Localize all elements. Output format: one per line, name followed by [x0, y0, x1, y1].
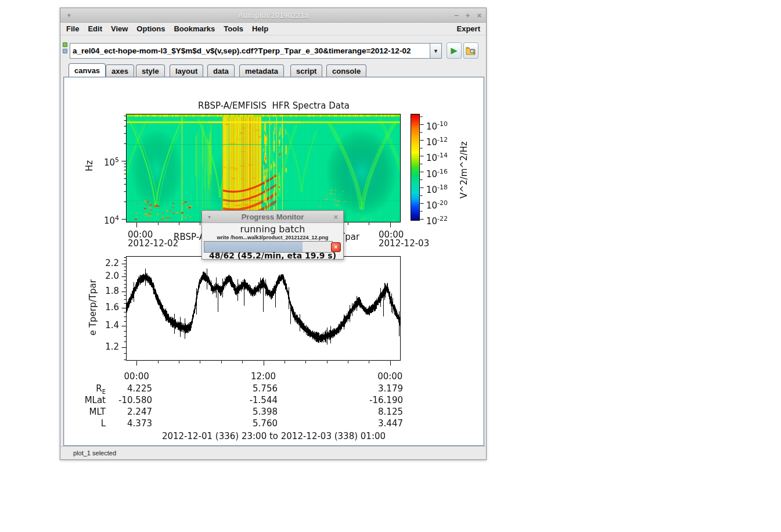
- menu-bar: File Edit View Options Bookmarks Tools H…: [60, 23, 486, 35]
- ephemeris-value: 4.373: [100, 419, 152, 429]
- plot-area[interactable]: RBSP-A/EMFISIS HFR Spectra DataHz1051040…: [65, 78, 483, 444]
- go-button[interactable]: ▶: [447, 42, 462, 59]
- tab-console[interactable]: console: [326, 64, 366, 77]
- tab-axes[interactable]: axes: [106, 64, 134, 77]
- close-button[interactable]: ×: [477, 11, 481, 20]
- spectrogram-frame: [126, 114, 401, 222]
- colorbar-tick-label: 10-10: [426, 119, 448, 132]
- progress-dialog-title: Progress Monitor: [202, 213, 343, 221]
- progress-detail-label: write /hom...walk3/product_20121224_12.p…: [202, 235, 343, 240]
- menu-help[interactable]: Help: [252, 24, 268, 33]
- spectrogram-xtick-date: 2012-12-03: [379, 239, 429, 249]
- colorbar-unit-label: V^2/m^2/Hz: [459, 130, 469, 211]
- lineplot-ytick-label: 1.8: [78, 286, 119, 296]
- ephemeris-value: 5.760: [225, 419, 278, 429]
- lineplot-xtick-label: 00:00: [113, 372, 160, 382]
- status-bar: plot_1 selected: [60, 446, 486, 459]
- menu-tools[interactable]: Tools: [224, 24, 243, 33]
- expert-mode-label[interactable]: Expert: [457, 24, 480, 33]
- menu-view[interactable]: View: [111, 24, 128, 33]
- colorbar-tick-label: 10-14: [426, 150, 448, 163]
- window-titlebar[interactable]: ▾ Autoplot 20190221a − + ×: [60, 8, 486, 23]
- ephemeris-value: 5.398: [225, 407, 278, 417]
- address-row: ▼ ▶: [60, 35, 486, 63]
- tab-data[interactable]: data: [207, 64, 235, 77]
- menu-options[interactable]: Options: [136, 24, 165, 33]
- spectrogram-plot[interactable]: [127, 114, 400, 222]
- folder-search-icon: [466, 46, 476, 55]
- ephemeris-value: 3.179: [351, 384, 403, 394]
- ephemeris-value: -1.544: [225, 396, 278, 405]
- minimize-button[interactable]: −: [454, 11, 459, 20]
- menu-edit[interactable]: Edit: [88, 24, 102, 33]
- tab-script[interactable]: script: [290, 64, 322, 77]
- inspect-uri-button[interactable]: [463, 42, 478, 59]
- ephemeris-value: 8.125: [351, 407, 403, 417]
- uri-dropdown-button[interactable]: ▼: [430, 43, 442, 59]
- maximize-button[interactable]: +: [466, 11, 470, 20]
- status-text: plot_1 selected: [73, 450, 116, 456]
- dialog-shade-icon[interactable]: ▾: [208, 214, 211, 220]
- ephemeris-value: -16.190: [351, 396, 403, 405]
- progress-count-label: 48/62 (45.2/min, eta 19.9 s): [202, 251, 343, 260]
- lineplot-ytick-label: 2.2: [78, 258, 119, 268]
- window-title: Autoplot 20190221a: [60, 11, 486, 20]
- tab-style[interactable]: style: [136, 64, 165, 77]
- colorbar-tick-label: 10-12: [426, 135, 448, 148]
- progress-monitor-dialog: ▾ Progress Monitor × running batch write…: [201, 210, 344, 260]
- spectrogram-xtick-date: 2012-12-02: [128, 239, 178, 249]
- lineplot-title-fragment: RBSP-A: [174, 232, 205, 242]
- ephemeris-value: 2.247: [100, 407, 152, 417]
- lineplot[interactable]: [127, 257, 400, 360]
- colorbar-tick-label: 10-20: [426, 198, 448, 211]
- plot-canvas-panel: RBSP-A/EMFISIS HFR Spectra DataHz1051040…: [63, 77, 484, 446]
- colorbar: [411, 114, 419, 220]
- menu-bookmarks[interactable]: Bookmarks: [174, 24, 215, 33]
- lineplot-ytick-label: 2.0: [78, 271, 119, 281]
- uri-input[interactable]: [70, 44, 430, 58]
- spectrogram-ytick-label: 105: [78, 155, 119, 168]
- time-range-footer: 2012-12-01 (336) 23:00 to 2012-12-03 (33…: [65, 432, 483, 441]
- progress-task-label: running batch: [202, 224, 343, 235]
- lineplot-ytick-label: 1.4: [78, 321, 119, 330]
- colorbar-tick-label: 10-18: [426, 182, 448, 195]
- lineplot-xtick-label: 00:00: [367, 372, 413, 382]
- screen: ▾ Autoplot 20190221a − + × File Edit Vie…: [0, 0, 781, 532]
- ephemeris-value: -10.580: [100, 396, 152, 405]
- tab-metadata[interactable]: metadata: [239, 64, 284, 77]
- data-source-icon[interactable]: [63, 42, 67, 47]
- progress-dialog-titlebar[interactable]: ▾ Progress Monitor ×: [202, 211, 343, 223]
- tab-layout[interactable]: layout: [170, 64, 203, 77]
- lineplot-ytick-label: 1.2: [78, 342, 119, 352]
- tab-bar: canvas axes style layout data metadata s…: [60, 63, 486, 77]
- dialog-close-icon[interactable]: ×: [333, 213, 338, 221]
- tab-canvas[interactable]: canvas: [69, 63, 106, 77]
- spectrogram-title: RBSP-A/EMFISIS HFR Spectra Data: [65, 101, 483, 111]
- lineplot-xtick-label: 12:00: [240, 372, 287, 382]
- lineplot-frame: [126, 256, 401, 361]
- colorbar-tick-label: 10-22: [426, 214, 448, 227]
- ephemeris-value: 4.225: [100, 384, 152, 394]
- spectrogram-ytick-label: 104: [78, 213, 119, 226]
- play-icon: ▶: [451, 45, 458, 56]
- colorbar-frame: [411, 114, 420, 221]
- ephemeris-value: 5.756: [225, 384, 278, 394]
- colorbar-tick-label: 10-16: [426, 167, 448, 179]
- menu-file[interactable]: File: [66, 24, 79, 33]
- data-layer-icon[interactable]: [63, 49, 67, 53]
- window-shade-icon[interactable]: ▾: [67, 12, 71, 19]
- uri-combobox: [70, 43, 430, 59]
- ephemeris-value: 3.447: [351, 419, 403, 429]
- lineplot-ytick-label: 1.6: [78, 303, 119, 312]
